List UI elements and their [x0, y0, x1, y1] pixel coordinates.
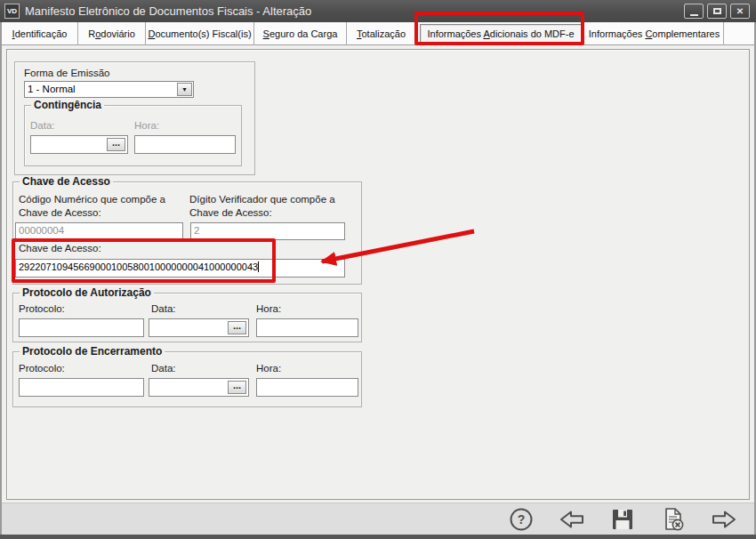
autorizacao-protocolo-field[interactable]: [19, 318, 144, 337]
cancel-document-icon: [660, 506, 687, 533]
encerramento-protocolo-label: Protocolo:: [19, 362, 65, 375]
digito-verificador-label: Dígito Verificador que compõe a Chave de…: [189, 193, 335, 220]
help-button[interactable]: ?: [508, 506, 535, 533]
encerramento-hora-label: Hora:: [256, 362, 281, 375]
maximize-icon: [713, 8, 721, 14]
chevron-down-icon: ▼: [181, 86, 188, 93]
save-button[interactable]: [609, 506, 636, 533]
contingencia-data-field[interactable]: ...: [30, 135, 128, 154]
window-title: Manifesto Eletrônico de Documentos Fisca…: [25, 0, 311, 22]
minimize-icon: [690, 14, 698, 16]
tab-totalizacao[interactable]: Totalização: [347, 22, 416, 45]
window-frame-bottom: [0, 535, 756, 539]
bottom-toolbar: ?: [2, 503, 754, 535]
date-picker-button[interactable]: ...: [228, 381, 246, 394]
autorizacao-hora-label: Hora:: [256, 302, 281, 316]
window-frame-left: [0, 22, 2, 535]
autorizacao-hora-field[interactable]: [256, 318, 358, 337]
app-icon: VD: [4, 4, 20, 19]
save-icon: [609, 506, 636, 533]
autorizacao-data-field[interactable]: ...: [149, 318, 249, 337]
previous-button[interactable]: [559, 506, 585, 533]
autorizacao-data-label: Data:: [151, 302, 176, 316]
chave-acesso-title: Chave de Acesso: [20, 175, 113, 188]
tab-rodoviario[interactable]: Rodoviário: [78, 22, 146, 45]
window-controls: ✕: [684, 4, 750, 19]
encerramento-hora-field[interactable]: [256, 378, 358, 397]
ellipsis-icon: ...: [233, 320, 241, 331]
codigo-numerico-label: Código Numérico que compõe a Chave de Ac…: [19, 193, 165, 220]
ellipsis-icon: ...: [233, 380, 241, 390]
annotation-arrow: [302, 221, 485, 274]
minimize-button[interactable]: [684, 4, 704, 19]
annotation-tab-highlight: [414, 12, 584, 45]
tab-informacoes-complementares[interactable]: Informações Complementares: [585, 22, 724, 45]
close-button[interactable]: ✕: [730, 4, 750, 19]
protocolo-encerramento-title: Protocolo de Encerramento: [20, 345, 165, 358]
tab-documentos-fiscais[interactable]: Documento(s) Fiscal(is): [146, 22, 254, 45]
contingencia-hora-field[interactable]: [134, 135, 236, 154]
help-icon: ?: [508, 506, 535, 533]
svg-text:?: ?: [518, 512, 526, 527]
forward-arrow-icon: [711, 506, 737, 533]
next-button[interactable]: [711, 506, 737, 533]
codigo-numerico-field[interactable]: 00000004: [15, 222, 183, 240]
contingencia-data-label: Data:: [30, 119, 55, 133]
protocolo-autorizacao-title: Protocolo de Autorização: [20, 286, 154, 299]
forma-emissao-label: Forma de Emissão: [24, 67, 110, 80]
encerramento-data-label: Data:: [151, 362, 176, 375]
cancel-button[interactable]: [660, 506, 687, 533]
contingencia-title: Contingência: [31, 99, 104, 111]
date-picker-button[interactable]: ...: [228, 321, 246, 334]
contingencia-hora-label: Hora:: [134, 119, 159, 133]
date-picker-button[interactable]: ...: [107, 138, 125, 151]
close-icon: ✕: [736, 7, 744, 16]
maximize-button[interactable]: [707, 4, 727, 19]
app-window: VD Manifesto Eletrônico de Documentos Fi…: [0, 0, 756, 539]
back-arrow-icon: [559, 506, 585, 533]
annotation-chave-highlight: [12, 238, 276, 283]
encerramento-data-field[interactable]: ...: [149, 378, 249, 397]
title-bar: VD Manifesto Eletrônico de Documentos Fi…: [0, 0, 756, 22]
combo-dropdown-button[interactable]: ▼: [177, 83, 192, 96]
ellipsis-icon: ...: [112, 137, 120, 148]
autorizacao-protocolo-label: Protocolo:: [19, 302, 65, 316]
tab-identificacao[interactable]: Identificação: [2, 22, 78, 45]
tab-seguro-da-carga[interactable]: Seguro da Carga: [254, 22, 347, 45]
forma-emissao-select[interactable]: 1 - Normal ▼: [24, 81, 194, 98]
encerramento-protocolo-field[interactable]: [19, 378, 144, 397]
tab-bar: Identificação Rodoviário Documento(s) Fi…: [2, 22, 754, 45]
